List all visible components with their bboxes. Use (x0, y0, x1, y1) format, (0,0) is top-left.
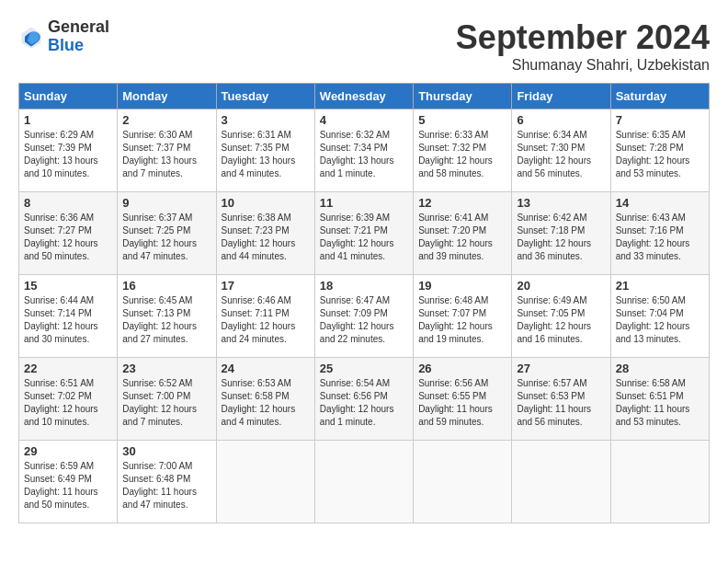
location-title: Shumanay Shahri, Uzbekistan (456, 57, 710, 74)
day-number: 19 (418, 279, 506, 293)
table-row: 8 Sunrise: 6:36 AMSunset: 7:27 PMDayligh… (19, 192, 118, 275)
calendar-row: 29 Sunrise: 6:59 AMSunset: 6:49 PMDaylig… (19, 441, 710, 523)
day-detail: Sunrise: 6:37 AMSunset: 7:25 PMDaylight:… (122, 212, 210, 263)
logo-icon (18, 24, 44, 50)
day-number: 9 (122, 196, 210, 210)
col-monday: Monday (118, 84, 216, 109)
day-detail: Sunrise: 6:29 AMSunset: 7:39 PMDaylight:… (24, 129, 112, 180)
day-detail: Sunrise: 6:39 AMSunset: 7:21 PMDaylight:… (320, 212, 408, 263)
day-number: 18 (320, 279, 408, 293)
table-row (216, 441, 314, 523)
calendar-row: 8 Sunrise: 6:36 AMSunset: 7:27 PMDayligh… (19, 192, 710, 275)
day-number: 13 (517, 196, 605, 210)
month-title: September 2024 (456, 18, 710, 57)
day-number: 12 (418, 196, 506, 210)
table-row: 16 Sunrise: 6:45 AMSunset: 7:13 PMDaylig… (118, 275, 216, 358)
day-number: 15 (24, 279, 112, 293)
day-number: 6 (517, 113, 605, 127)
day-detail: Sunrise: 6:35 AMSunset: 7:28 PMDaylight:… (616, 129, 704, 180)
logo-blue: Blue (48, 37, 109, 55)
day-number: 27 (517, 362, 605, 375)
table-row: 15 Sunrise: 6:44 AMSunset: 7:14 PMDaylig… (19, 275, 118, 358)
day-detail: Sunrise: 6:32 AMSunset: 7:34 PMDaylight:… (320, 129, 408, 180)
day-number: 7 (616, 113, 704, 127)
day-number: 23 (122, 362, 210, 375)
day-detail: Sunrise: 6:43 AMSunset: 7:16 PMDaylight:… (616, 212, 704, 263)
table-row: 13 Sunrise: 6:42 AMSunset: 7:18 PMDaylig… (512, 192, 610, 275)
table-row: 11 Sunrise: 6:39 AMSunset: 7:21 PMDaylig… (314, 192, 413, 275)
day-detail: Sunrise: 7:00 AMSunset: 6:48 PMDaylight:… (122, 460, 210, 511)
col-sunday: Sunday (19, 84, 118, 109)
table-row: 4 Sunrise: 6:32 AMSunset: 7:34 PMDayligh… (314, 109, 413, 192)
day-number: 8 (24, 196, 112, 210)
table-row: 25 Sunrise: 6:54 AMSunset: 6:56 PMDaylig… (314, 358, 413, 441)
calendar-row: 1 Sunrise: 6:29 AMSunset: 7:39 PMDayligh… (19, 109, 710, 192)
day-number: 1 (24, 113, 112, 127)
table-row: 9 Sunrise: 6:37 AMSunset: 7:25 PMDayligh… (118, 192, 216, 275)
day-detail: Sunrise: 6:50 AMSunset: 7:04 PMDaylight:… (616, 294, 704, 346)
day-detail: Sunrise: 6:47 AMSunset: 7:09 PMDaylight:… (320, 294, 408, 346)
day-detail: Sunrise: 6:38 AMSunset: 7:23 PMDaylight:… (222, 212, 310, 263)
day-detail: Sunrise: 6:30 AMSunset: 7:37 PMDaylight:… (122, 129, 210, 180)
table-row (512, 441, 610, 523)
day-detail: Sunrise: 6:42 AMSunset: 7:18 PMDaylight:… (517, 212, 605, 263)
day-number: 3 (222, 113, 310, 127)
table-row: 20 Sunrise: 6:49 AMSunset: 7:05 PMDaylig… (512, 275, 610, 358)
col-thursday: Thursday (414, 84, 512, 109)
calendar-row: 15 Sunrise: 6:44 AMSunset: 7:14 PMDaylig… (19, 275, 710, 358)
day-number: 4 (320, 113, 408, 127)
day-detail: Sunrise: 6:54 AMSunset: 6:56 PMDaylight:… (320, 377, 408, 429)
day-number: 21 (616, 279, 704, 293)
day-number: 2 (122, 113, 210, 127)
table-row: 7 Sunrise: 6:35 AMSunset: 7:28 PMDayligh… (610, 109, 709, 192)
day-detail: Sunrise: 6:59 AMSunset: 6:49 PMDaylight:… (24, 460, 112, 511)
day-detail: Sunrise: 6:57 AMSunset: 6:53 PMDaylight:… (517, 377, 605, 429)
day-number: 16 (122, 279, 210, 293)
table-row (610, 441, 709, 523)
table-row: 28 Sunrise: 6:58 AMSunset: 6:51 PMDaylig… (610, 358, 709, 441)
logo-general: General (48, 18, 109, 37)
table-row: 14 Sunrise: 6:43 AMSunset: 7:16 PMDaylig… (610, 192, 709, 275)
table-row: 3 Sunrise: 6:31 AMSunset: 7:35 PMDayligh… (216, 109, 314, 192)
day-detail: Sunrise: 6:49 AMSunset: 7:05 PMDaylight:… (517, 294, 605, 346)
day-number: 14 (616, 196, 704, 210)
day-number: 5 (418, 113, 506, 127)
header-row: Sunday Monday Tuesday Wednesday Thursday… (19, 84, 710, 109)
table-row: 23 Sunrise: 6:52 AMSunset: 7:00 PMDaylig… (118, 358, 216, 441)
day-number: 20 (517, 279, 605, 293)
logo: General Blue (18, 18, 109, 55)
day-detail: Sunrise: 6:56 AMSunset: 6:55 PMDaylight:… (418, 377, 506, 429)
page-header: General Blue September 2024 Shumanay Sha… (18, 18, 710, 74)
day-detail: Sunrise: 6:58 AMSunset: 6:51 PMDaylight:… (616, 377, 704, 429)
day-number: 11 (320, 196, 408, 210)
table-row: 1 Sunrise: 6:29 AMSunset: 7:39 PMDayligh… (19, 109, 118, 192)
day-detail: Sunrise: 6:33 AMSunset: 7:32 PMDaylight:… (418, 129, 506, 180)
day-number: 28 (616, 362, 704, 375)
day-number: 25 (320, 362, 408, 375)
table-row: 5 Sunrise: 6:33 AMSunset: 7:32 PMDayligh… (414, 109, 512, 192)
day-detail: Sunrise: 6:34 AMSunset: 7:30 PMDaylight:… (517, 129, 605, 180)
day-detail: Sunrise: 6:45 AMSunset: 7:13 PMDaylight:… (122, 294, 210, 346)
table-row: 18 Sunrise: 6:47 AMSunset: 7:09 PMDaylig… (314, 275, 413, 358)
table-row: 30 Sunrise: 7:00 AMSunset: 6:48 PMDaylig… (118, 441, 216, 523)
col-saturday: Saturday (610, 84, 709, 109)
day-detail: Sunrise: 6:53 AMSunset: 6:58 PMDaylight:… (222, 377, 310, 429)
day-number: 30 (122, 444, 210, 458)
day-detail: Sunrise: 6:51 AMSunset: 7:02 PMDaylight:… (24, 377, 112, 429)
table-row: 24 Sunrise: 6:53 AMSunset: 6:58 PMDaylig… (216, 358, 314, 441)
table-row: 22 Sunrise: 6:51 AMSunset: 7:02 PMDaylig… (19, 358, 118, 441)
day-number: 17 (222, 279, 310, 293)
day-number: 22 (24, 362, 112, 375)
day-detail: Sunrise: 6:48 AMSunset: 7:07 PMDaylight:… (418, 294, 506, 346)
table-row: 27 Sunrise: 6:57 AMSunset: 6:53 PMDaylig… (512, 358, 610, 441)
day-detail: Sunrise: 6:46 AMSunset: 7:11 PMDaylight:… (222, 294, 310, 346)
day-number: 29 (24, 444, 112, 458)
day-detail: Sunrise: 6:52 AMSunset: 7:00 PMDaylight:… (122, 377, 210, 429)
table-row (314, 441, 413, 523)
table-row: 12 Sunrise: 6:41 AMSunset: 7:20 PMDaylig… (414, 192, 512, 275)
day-detail: Sunrise: 6:36 AMSunset: 7:27 PMDaylight:… (24, 212, 112, 263)
logo-text: General Blue (48, 18, 109, 55)
table-row: 2 Sunrise: 6:30 AMSunset: 7:37 PMDayligh… (118, 109, 216, 192)
table-row: 26 Sunrise: 6:56 AMSunset: 6:55 PMDaylig… (414, 358, 512, 441)
table-row: 10 Sunrise: 6:38 AMSunset: 7:23 PMDaylig… (216, 192, 314, 275)
